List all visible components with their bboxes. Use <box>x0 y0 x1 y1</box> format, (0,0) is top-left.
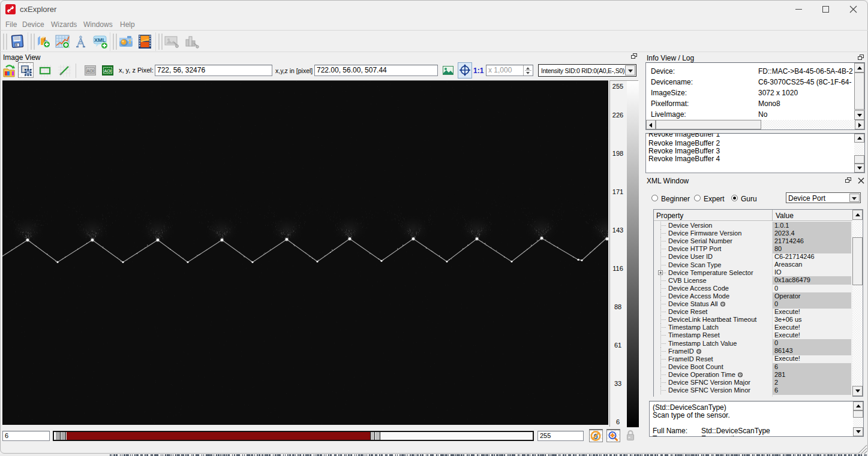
svg-text:AOI: AOI <box>104 69 111 73</box>
svg-text:AOI: AOI <box>86 69 94 73</box>
